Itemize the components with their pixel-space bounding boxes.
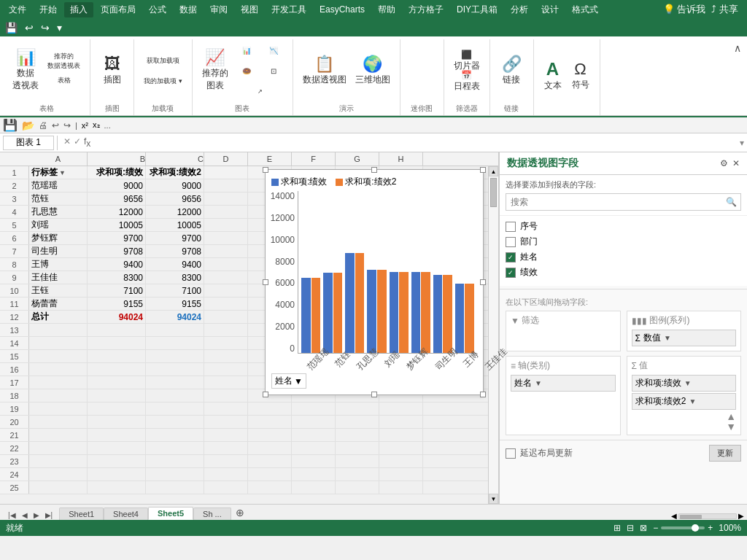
row-number[interactable]: 4 <box>0 206 29 218</box>
defer-checkbox[interactable] <box>506 448 516 459</box>
value-jixiao2-arrow[interactable]: ▼ <box>689 397 697 405</box>
normal-view-icon[interactable]: ⊞ <box>614 523 621 533</box>
axis-tag-arrow[interactable]: ▼ <box>535 379 542 387</box>
cell-c-13[interactable] <box>146 324 204 336</box>
cell-empty-22-4[interactable] <box>379 442 423 454</box>
cell-a-3[interactable]: 范钰 <box>29 192 88 205</box>
cell-a-16[interactable] <box>29 363 88 376</box>
row-number[interactable]: 5 <box>0 219 29 231</box>
cell-a-6[interactable]: 梦钰辉 <box>29 232 88 244</box>
cell-b-19[interactable] <box>88 402 146 415</box>
confirm-formula-icon[interactable]: ✓ <box>74 136 81 149</box>
slicer-btn[interactable]: ⬛ 切片器 <box>450 51 484 70</box>
cell-a-9[interactable]: 王佳佳 <box>29 271 88 284</box>
bar-blue-6[interactable] <box>433 275 443 353</box>
sheet-nav-first[interactable]: |◀ <box>6 510 18 520</box>
cell-b-3[interactable]: 9656 <box>88 192 146 205</box>
tab-sheet1[interactable]: Sheet1 <box>59 508 104 520</box>
cell-b-16[interactable] <box>88 363 146 376</box>
row-number[interactable]: 21 <box>0 429 29 441</box>
row-number[interactable]: 9 <box>0 271 29 284</box>
illustration-btn[interactable]: 🖼 插图 <box>99 50 125 91</box>
cell-empty-24-4[interactable] <box>379 468 423 481</box>
row-number[interactable]: 22 <box>0 442 29 454</box>
cell-a-21[interactable] <box>29 429 88 441</box>
cell-empty-20-2[interactable] <box>292 416 336 428</box>
toolbar-save-btn[interactable]: 💾 <box>3 118 18 132</box>
tab-sheet-more[interactable]: Sh ... <box>193 508 231 520</box>
update-button[interactable]: 更新 <box>709 445 741 462</box>
cell-b-10[interactable]: 7100 <box>88 284 146 297</box>
3d-map-btn[interactable]: 🌍 三维地图 <box>352 50 394 91</box>
row-number[interactable]: 7 <box>0 245 29 257</box>
col-header-h[interactable]: H <box>379 152 423 166</box>
row-number[interactable]: 24 <box>0 468 29 481</box>
bar-orange-0[interactable] <box>311 278 321 353</box>
sheet-nav-prev[interactable]: ◀ <box>20 510 30 520</box>
cell-a-14[interactable] <box>29 337 88 349</box>
cell-a-17[interactable] <box>29 376 88 389</box>
cell-empty-19-4[interactable] <box>379 402 423 415</box>
bar-blue-7[interactable] <box>455 284 465 353</box>
bar-orange-3[interactable] <box>377 270 387 353</box>
field-checkbox-xingming[interactable]: ✓ <box>506 252 516 262</box>
cell-empty-3-0[interactable] <box>204 192 248 205</box>
pivot-table-btn[interactable]: 📊 数据透视表 <box>9 50 42 91</box>
cell-c-7[interactable]: 9708 <box>146 245 204 257</box>
cell-empty-22-2[interactable] <box>292 442 336 454</box>
page-break-icon[interactable]: ⊟ <box>627 523 634 533</box>
cell-c-11[interactable]: 9155 <box>146 298 204 310</box>
menu-formula[interactable]: 公式 <box>143 2 172 18</box>
cell-a-13[interactable] <box>29 324 88 336</box>
row-number[interactable]: 8 <box>0 258 29 271</box>
pivot-chart-btn[interactable]: 📋 数据透视图 <box>299 50 350 91</box>
cell-empty-25-4[interactable] <box>379 481 423 494</box>
tab-sheet4[interactable]: Sheet4 <box>104 508 148 520</box>
row-number[interactable]: 3 <box>0 192 29 205</box>
cell-empty-18-0[interactable] <box>204 389 248 402</box>
cell-c-9[interactable]: 8300 <box>146 271 204 284</box>
tab-sheet5[interactable]: Sheet5 <box>148 507 193 520</box>
cell-c-5[interactable]: 10005 <box>146 219 204 231</box>
cell-empty-25-1[interactable] <box>248 481 292 494</box>
cell-empty-24-2[interactable] <box>292 468 336 481</box>
pivot-close-icon[interactable]: ✕ <box>732 158 740 168</box>
row-number[interactable]: 20 <box>0 416 29 428</box>
cell-empty-9-0[interactable] <box>204 271 248 284</box>
row-number[interactable]: 15 <box>0 350 29 362</box>
h-scroll-right[interactable]: ▶ <box>738 512 744 520</box>
cell-empty-19-3[interactable] <box>336 402 379 415</box>
cell-b-6[interactable]: 9700 <box>88 232 146 244</box>
menu-insert[interactable]: 插入 <box>64 2 93 18</box>
cell-b-17[interactable] <box>88 376 146 389</box>
cell-a-25[interactable] <box>29 481 88 494</box>
undo-button[interactable]: ↩ <box>23 20 36 35</box>
legend-tag-arrow[interactable]: ▼ <box>664 334 671 342</box>
row-number[interactable]: 6 <box>0 232 29 244</box>
h-scroll-thumb[interactable] <box>680 515 702 519</box>
menu-ffgz[interactable]: 方方格子 <box>403 2 449 18</box>
cell-c-14[interactable] <box>146 337 204 349</box>
bar-blue-5[interactable] <box>411 272 421 353</box>
cell-empty-24-3[interactable] <box>336 468 379 481</box>
toolbar-x-sub-btn[interactable]: x₂ <box>93 120 100 130</box>
cell-empty-19-1[interactable] <box>248 402 292 415</box>
cell-c-17[interactable] <box>146 376 204 389</box>
bar-orange-1[interactable] <box>333 273 343 353</box>
cell-empty-25-3[interactable] <box>336 481 379 494</box>
cell-c-2[interactable]: 9000 <box>146 179 204 192</box>
cell-a-4[interactable]: 孔思慧 <box>29 206 88 218</box>
ribbon-collapse-btn[interactable]: ∧ <box>732 41 743 55</box>
chart-container[interactable]: 求和项:绩效 求和项:绩效2 1400012000100008000600040… <box>265 169 484 395</box>
toolbar-x2-btn[interactable]: x² <box>82 121 88 130</box>
bar-blue-0[interactable] <box>301 278 311 353</box>
col-header-e[interactable]: E <box>248 152 292 166</box>
cell-b-24[interactable] <box>88 468 146 481</box>
bar-orange-6[interactable] <box>443 275 452 353</box>
cell-a-15[interactable] <box>29 350 88 362</box>
bar-chart-btn[interactable]: 📊 <box>233 41 260 60</box>
cell-empty-15-0[interactable] <box>204 350 248 362</box>
text-btn[interactable]: A 文本 <box>540 55 566 96</box>
sheet-nav-last[interactable]: ▶| <box>43 510 55 520</box>
cell-b-7[interactable]: 9708 <box>88 245 146 257</box>
